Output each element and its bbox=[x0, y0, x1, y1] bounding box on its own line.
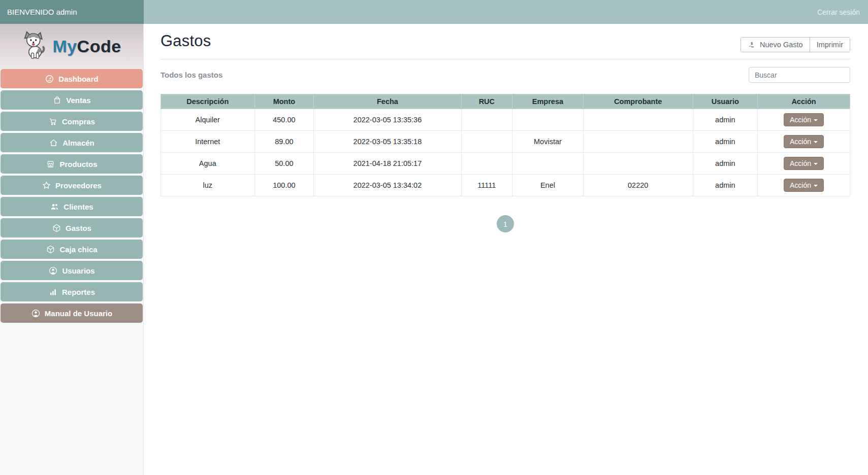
sidebar-item-gastos[interactable]: Gastos bbox=[1, 218, 143, 238]
row-action-button[interactable]: Acción bbox=[784, 157, 824, 170]
cell-fecha: 2022-03-05 13:34:02 bbox=[314, 175, 461, 196]
caret-down-icon bbox=[814, 163, 818, 165]
cell-descripcion: luz bbox=[161, 175, 255, 196]
table-row: Agua 50.00 2021-04-18 21:05:17 admin Acc… bbox=[161, 153, 850, 175]
caret-down-icon bbox=[814, 119, 818, 121]
new-expense-label: Nuevo Gasto bbox=[760, 41, 803, 49]
sidebar-item-clientes[interactable]: Clientes bbox=[1, 197, 143, 216]
welcome-text: BIENVENIDO admin bbox=[7, 8, 77, 16]
print-button[interactable]: Imprimir bbox=[810, 38, 850, 52]
people-icon bbox=[50, 202, 59, 212]
title-divider bbox=[160, 59, 850, 59]
sidebar-item-compras[interactable]: Compras bbox=[1, 112, 143, 131]
caret-down-icon bbox=[814, 141, 818, 143]
sidebar-item-manual-de-usuario[interactable]: Manual de Usuario bbox=[1, 303, 143, 323]
sidebar-item-label: Clientes bbox=[63, 202, 93, 211]
table-caption: Todos los gastos bbox=[160, 71, 222, 79]
sidebar-item-productos[interactable]: Productos bbox=[1, 154, 143, 174]
main-content: Gastos $ Nuevo Gasto Imprimir Todos los … bbox=[144, 24, 868, 475]
row-action-button[interactable]: Acción bbox=[784, 113, 824, 126]
header-button-group: $ Nuevo Gasto Imprimir bbox=[741, 37, 850, 52]
cell-empresa: Enel bbox=[512, 175, 584, 196]
cell-comprobante bbox=[583, 153, 693, 175]
page-title: Gastos bbox=[160, 32, 211, 50]
table-row: Internet 89.00 2022-03-05 13:35:18 Movis… bbox=[161, 131, 850, 153]
shopping-bag-icon bbox=[52, 95, 62, 105]
action-label: Acción bbox=[790, 138, 811, 146]
brand-name: MyCode bbox=[52, 37, 121, 56]
house-icon bbox=[49, 138, 58, 148]
page-number-button[interactable]: 1 bbox=[497, 215, 514, 232]
sidebar-item-label: Almacén bbox=[62, 139, 94, 147]
cell-ruc: 11111 bbox=[461, 175, 512, 196]
cell-fecha: 2022-03-05 13:35:18 bbox=[314, 131, 461, 153]
sidebar-menu: Dashboard Ventas Compras Almacén Product… bbox=[0, 69, 143, 323]
sidebar-item-reportes[interactable]: Reportes bbox=[1, 282, 143, 301]
topbar-right-area: Cerrar sesión bbox=[144, 0, 868, 24]
cell-monto: 100.00 bbox=[254, 175, 314, 196]
new-expense-button[interactable]: $ Nuevo Gasto bbox=[741, 38, 810, 52]
cell-descripcion: Internet bbox=[161, 131, 255, 153]
sidebar-item-label: Dashboard bbox=[58, 75, 98, 83]
husky-dog-icon bbox=[22, 31, 48, 62]
cell-empresa: Movistar bbox=[512, 131, 584, 153]
column-header-7: Acción bbox=[758, 94, 850, 109]
sidebar-item-label: Compras bbox=[62, 117, 95, 126]
column-header-1: Monto bbox=[254, 94, 314, 109]
cell-descripcion: Alquiler bbox=[161, 109, 255, 131]
sidebar-item-label: Usuarios bbox=[62, 266, 94, 275]
search-input[interactable] bbox=[749, 67, 850, 83]
cell-empresa bbox=[512, 109, 584, 131]
svg-text:$: $ bbox=[751, 41, 753, 46]
column-header-0: Descripción bbox=[161, 94, 255, 109]
table-header-row: DescripciónMontoFechaRUCEmpresaComproban… bbox=[161, 94, 850, 109]
sidebar-item-almacen[interactable]: Almacén bbox=[1, 133, 143, 152]
caret-down-icon bbox=[814, 185, 818, 187]
cube-icon bbox=[52, 223, 61, 233]
shopping-cart-icon bbox=[48, 117, 58, 126]
hand-holding-dollar-icon: $ bbox=[748, 41, 756, 49]
column-header-3: RUC bbox=[461, 94, 512, 109]
cell-comprobante bbox=[583, 131, 693, 153]
sidebar-item-label: Ventas bbox=[66, 96, 90, 105]
column-header-5: Comprobante bbox=[583, 94, 693, 109]
cell-descripcion: Agua bbox=[161, 153, 255, 175]
row-action-button[interactable]: Acción bbox=[784, 135, 824, 148]
sidebar-item-proveedores[interactable]: Proveedores bbox=[1, 176, 143, 195]
storefront-icon bbox=[46, 159, 55, 169]
logout-link[interactable]: Cerrar sesión bbox=[817, 8, 860, 16]
speedometer-icon bbox=[45, 74, 54, 84]
sidebar-item-label: Reportes bbox=[62, 288, 95, 296]
person-circle-icon bbox=[48, 266, 58, 276]
cell-monto: 50.00 bbox=[254, 153, 314, 175]
cell-usuario: admin bbox=[693, 153, 758, 175]
cell-ruc bbox=[461, 109, 512, 131]
pagination: 1 bbox=[160, 215, 850, 232]
sidebar-item-label: Proveedores bbox=[55, 181, 102, 190]
action-label: Acción bbox=[790, 159, 811, 167]
cell-usuario: admin bbox=[693, 175, 758, 196]
brand-logo: MyCode bbox=[0, 24, 143, 69]
cell-comprobante: 02220 bbox=[583, 175, 693, 196]
sidebar-item-caja-chica[interactable]: Caja chica bbox=[1, 240, 143, 259]
cell-fecha: 2022-03-05 13:35:36 bbox=[314, 109, 461, 131]
cell-ruc bbox=[461, 153, 512, 175]
sidebar: MyCode Dashboard Ventas Compras Almacén … bbox=[0, 24, 144, 475]
column-header-6: Usuario bbox=[693, 94, 758, 109]
topbar-welcome-area: BIENVENIDO admin bbox=[0, 0, 144, 24]
sidebar-item-dashboard[interactable]: Dashboard bbox=[1, 69, 143, 88]
cell-ruc bbox=[461, 131, 512, 153]
cell-accion: Acción bbox=[758, 175, 850, 196]
cell-accion: Acción bbox=[758, 153, 850, 175]
row-action-button[interactable]: Acción bbox=[784, 179, 824, 192]
cell-usuario: admin bbox=[693, 131, 758, 153]
sidebar-item-label: Caja chica bbox=[59, 245, 97, 254]
sidebar-item-usuarios[interactable]: Usuarios bbox=[1, 261, 143, 280]
person-circle-icon bbox=[31, 309, 41, 318]
cell-monto: 450.00 bbox=[254, 109, 314, 131]
cell-fecha: 2021-04-18 21:05:17 bbox=[314, 153, 461, 175]
table-row: luz 100.00 2022-03-05 13:34:02 11111 Ene… bbox=[161, 175, 850, 196]
sidebar-item-label: Manual de Usuario bbox=[45, 309, 112, 318]
column-header-2: Fecha bbox=[314, 94, 461, 109]
sidebar-item-ventas[interactable]: Ventas bbox=[1, 90, 143, 110]
